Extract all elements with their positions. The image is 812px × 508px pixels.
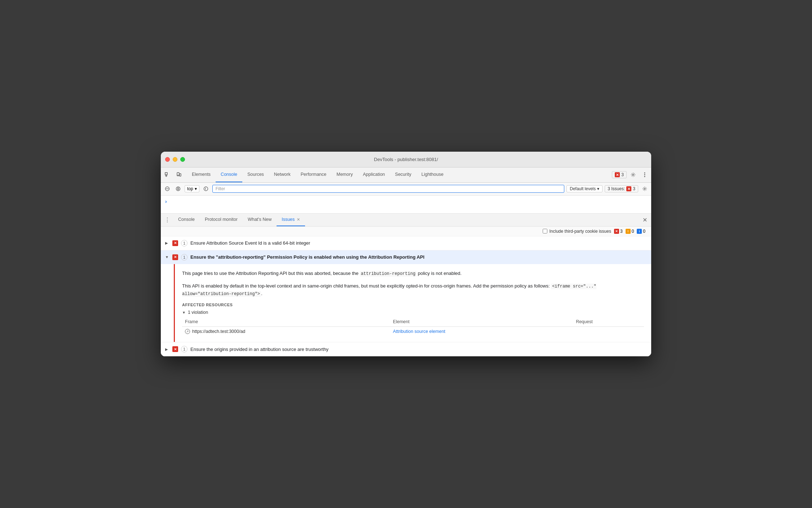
attribution-source-link[interactable]: Attribution source element — [393, 329, 445, 334]
frame-cell: ↗ https://adtech.test:3000/ad — [182, 327, 390, 337]
issue-detail-2: This page tries to use the Attribution R… — [174, 264, 651, 342]
devtools-body: Elements Console Sources Network Perform… — [161, 168, 651, 357]
violation-table: Frame Element Request — [182, 318, 644, 336]
issues-toolbar-label: 3 Issues: — [608, 186, 625, 191]
warning-count-badge: ! 0 — [626, 229, 634, 234]
top-tab-bar: Elements Console Sources Network Perform… — [161, 168, 651, 183]
tab-lighthouse[interactable]: Lighthouse — [416, 168, 449, 182]
violation-count-label: 1 violation — [188, 310, 208, 315]
tab-elements[interactable]: Elements — [187, 168, 216, 182]
show-sidebar-button[interactable] — [202, 184, 210, 193]
close-issues-tab[interactable]: ✕ — [297, 217, 300, 222]
third-party-checkbox[interactable] — [543, 229, 547, 233]
chevron-down-icon: ▾ — [195, 186, 197, 191]
tab-security[interactable]: Security — [390, 168, 416, 182]
inspect-element-button[interactable] — [162, 170, 172, 180]
svg-point-6 — [632, 174, 634, 175]
svg-point-9 — [644, 176, 645, 177]
execution-context-selector[interactable]: top ▾ — [185, 185, 199, 192]
issue-description-para2: This API is enabled by default in the to… — [182, 282, 644, 298]
tab-memory[interactable]: Memory — [331, 168, 358, 182]
element-cell: Attribution source element — [390, 327, 573, 337]
affected-resources-section: AFFECTED RESOURCES ▼ 1 violation Frame E… — [182, 303, 644, 336]
traffic-lights — [165, 157, 185, 162]
issue-count-2: 1 — [181, 254, 187, 260]
third-party-label-text: Include third-party cookie issues — [550, 229, 611, 234]
desc-text-2b: . — [261, 291, 262, 296]
tab-console[interactable]: Console — [216, 168, 242, 182]
drawer-tab-protocol-monitor[interactable]: Protocol monitor — [200, 214, 243, 226]
info-count: 0 — [643, 229, 645, 234]
drawer-tab-whats-new-label: What's New — [248, 217, 272, 222]
toggle-filter-button[interactable] — [174, 184, 182, 193]
drawer-tab-console-label: Console — [178, 217, 195, 222]
chevron-down-icon-levels: ▾ — [597, 186, 599, 191]
issues-toolbar-badge[interactable]: 3 Issues: ✕ 3 — [605, 185, 638, 192]
violation-arrow: ▼ — [182, 311, 186, 315]
issue-title-3: Ensure the origins provided in an attrib… — [190, 347, 328, 352]
info-count-badge: i 0 — [637, 229, 645, 234]
col-frame: Frame — [182, 318, 390, 327]
third-party-checkbox-label[interactable]: Include third-party cookie issues — [543, 229, 611, 234]
desc-text-1b: policy is not enabled. — [416, 271, 462, 276]
log-levels-selector[interactable]: Default levels ▾ — [566, 185, 603, 192]
issue-header-3[interactable]: ▶ ✕ 1 Ensure the origins provided in an … — [161, 342, 651, 356]
device-toggle-button[interactable] — [174, 170, 184, 180]
toolbar-right: Default levels ▾ 3 Issues: ✕ 3 — [566, 184, 649, 193]
issues-count: 3 — [621, 172, 624, 177]
third-party-filter-row: Include third-party cookie issues ✕ 3 ! … — [161, 227, 651, 236]
issue-row-3: ▶ ✕ 1 Ensure the origins provided in an … — [161, 342, 651, 356]
issues-counter-button[interactable]: ✕ 3 — [612, 171, 627, 178]
issue-count-1: 1 — [181, 240, 187, 246]
issue-description-para1: This page tries to use the Attribution R… — [182, 270, 644, 277]
default-levels-label: Default levels — [570, 186, 596, 191]
more-options-button[interactable] — [640, 170, 650, 180]
expand-arrow-3: ▶ — [165, 347, 169, 351]
console-output-area: › — [161, 196, 651, 214]
top-tabs-right-controls: ✕ 3 — [612, 170, 650, 180]
devtools-window: DevTools - publisher.test:8081/ — [161, 152, 651, 357]
svg-rect-4 — [180, 174, 181, 176]
tab-performance[interactable]: Performance — [296, 168, 332, 182]
close-drawer-button[interactable]: ✕ — [640, 215, 649, 224]
filter-input[interactable] — [212, 185, 565, 193]
frame-url-text: https://adtech.test:3000/ad — [192, 329, 245, 334]
tab-sources[interactable]: Sources — [242, 168, 269, 182]
issue-header-2[interactable]: ▼ ✕ 1 Ensure the "attribution-reporting"… — [161, 250, 651, 264]
settings-button[interactable] — [628, 170, 638, 180]
issue-header-1[interactable]: ▶ ✕ 1 Ensure Attribution Source Event Id… — [161, 236, 651, 250]
warning-badge: ! — [626, 229, 631, 234]
frame-icon: ↗ — [185, 329, 190, 334]
drawer-tab-issues[interactable]: Issues ✕ — [277, 214, 305, 226]
issue-row-2: ▼ ✕ 1 Ensure the "attribution-reporting"… — [161, 250, 651, 343]
issue-title-1: Ensure Attribution Source Event Id is a … — [190, 240, 310, 246]
error-count: 3 — [620, 229, 623, 234]
drawer-tab-console[interactable]: Console — [173, 214, 200, 226]
maximize-button[interactable] — [180, 157, 185, 162]
tab-application[interactable]: Application — [358, 168, 390, 182]
issues-settings-button[interactable] — [640, 184, 649, 193]
issue-count-3: 1 — [181, 346, 187, 352]
issue-title-2: Ensure the "attribution-reporting" Permi… — [190, 254, 424, 260]
issue-error-icon-1: ✕ — [172, 240, 178, 246]
drawer-tab-whats-new[interactable]: What's New — [243, 214, 277, 226]
drawer-menu-button[interactable]: ⋮ — [163, 215, 172, 224]
warning-count: 0 — [632, 229, 634, 234]
window-title: DevTools - publisher.test:8081/ — [374, 157, 438, 162]
clear-console-button[interactable] — [163, 184, 172, 193]
issue-error-icon-3: ✕ — [172, 346, 178, 352]
issues-content: Include third-party cookie issues ✕ 3 ! … — [161, 227, 651, 357]
svg-point-16 — [204, 187, 208, 191]
close-button[interactable] — [165, 157, 170, 162]
error-count-badge: ✕ 3 — [614, 229, 623, 234]
drawer-tab-issues-label: Issues — [282, 217, 295, 222]
desc-text-2a: This API is enabled by default in the to… — [182, 283, 551, 289]
violation-header[interactable]: ▼ 1 violation — [182, 310, 644, 315]
expand-arrow-1: ▶ — [165, 241, 169, 245]
issue-error-icon-2: ✕ — [172, 254, 178, 260]
col-request: Request — [573, 318, 644, 327]
request-cell — [573, 327, 644, 337]
tab-network[interactable]: Network — [269, 168, 296, 182]
main-tab-list: Elements Console Sources Network Perform… — [187, 168, 612, 182]
minimize-button[interactable] — [173, 157, 177, 162]
